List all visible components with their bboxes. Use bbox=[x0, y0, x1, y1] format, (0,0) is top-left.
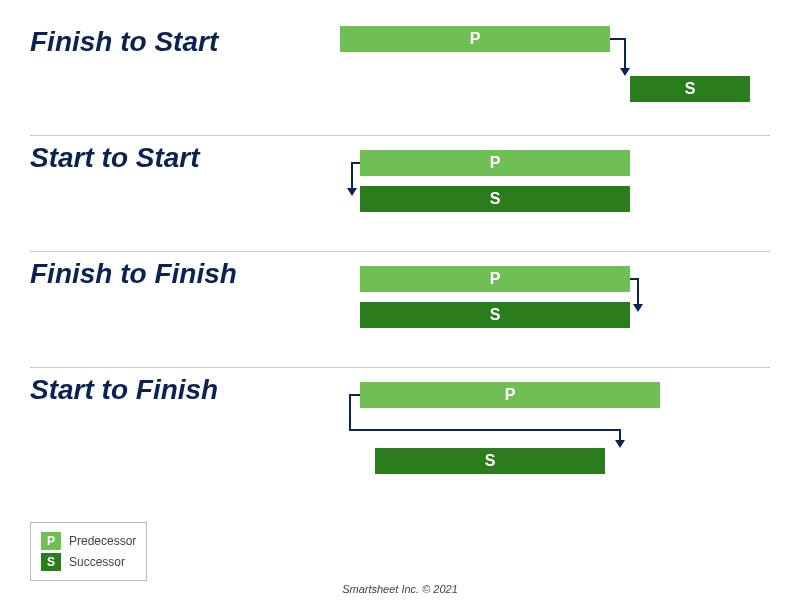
dependency-types-diagram: Finish to Start P S Start to Start P S F… bbox=[0, 0, 800, 601]
diagram-ss: P S bbox=[340, 136, 760, 251]
arrow-icon bbox=[610, 26, 640, 80]
predecessor-bar: P bbox=[340, 26, 610, 52]
legend-swatch-p: P bbox=[41, 532, 61, 550]
svg-marker-0 bbox=[620, 68, 630, 76]
successor-label: S bbox=[485, 452, 496, 470]
successor-label: S bbox=[490, 190, 501, 208]
successor-label: S bbox=[685, 80, 696, 98]
predecessor-bar: P bbox=[360, 150, 630, 176]
diagram-ff: P S bbox=[340, 252, 760, 367]
arrow-icon bbox=[630, 266, 650, 314]
predecessor-label: P bbox=[490, 270, 501, 288]
predecessor-label: P bbox=[470, 30, 481, 48]
diagram-sf: P S bbox=[340, 368, 760, 508]
svg-marker-3 bbox=[615, 440, 625, 448]
legend-s-letter: S bbox=[47, 555, 55, 569]
diagram-fs: P S bbox=[340, 20, 760, 135]
svg-marker-1 bbox=[347, 188, 357, 196]
successor-label: S bbox=[490, 306, 501, 324]
section-finish-to-finish: Finish to Finish P S bbox=[30, 252, 770, 367]
legend: P Predecessor S Successor bbox=[30, 522, 147, 581]
heading-fs: Finish to Start bbox=[30, 26, 218, 58]
heading-ff: Finish to Finish bbox=[30, 258, 237, 290]
svg-marker-2 bbox=[633, 304, 643, 312]
arrow-icon bbox=[344, 150, 364, 198]
legend-p-label: Predecessor bbox=[69, 534, 136, 548]
legend-row-predecessor: P Predecessor bbox=[41, 532, 136, 550]
legend-swatch-s: S bbox=[41, 553, 61, 571]
heading-sf: Start to Finish bbox=[30, 374, 218, 406]
section-start-to-finish: Start to Finish P S bbox=[30, 368, 770, 508]
successor-bar: S bbox=[360, 186, 630, 212]
heading-ss: Start to Start bbox=[30, 142, 200, 174]
legend-s-label: Successor bbox=[69, 555, 125, 569]
predecessor-label: P bbox=[490, 154, 501, 172]
legend-p-letter: P bbox=[47, 534, 55, 548]
footer-copyright: Smartsheet Inc. © 2021 bbox=[0, 583, 800, 595]
arrow-icon bbox=[344, 382, 634, 452]
section-start-to-start: Start to Start P S bbox=[30, 136, 770, 251]
successor-bar: S bbox=[630, 76, 750, 102]
successor-bar: S bbox=[360, 302, 630, 328]
legend-row-successor: S Successor bbox=[41, 553, 136, 571]
section-finish-to-start: Finish to Start P S bbox=[30, 20, 770, 135]
predecessor-bar: P bbox=[360, 266, 630, 292]
